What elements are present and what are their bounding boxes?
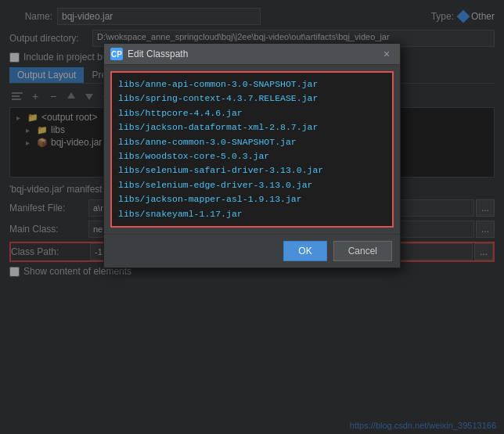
classpath-list-item[interactable]: libs/selenium-edge-driver-3.13.0.jar	[118, 178, 386, 192]
classpath-list-item[interactable]: libs/jackson-dataformat-xml-2.8.7.jar	[118, 120, 386, 135]
modal-footer: OK Cancel	[104, 234, 400, 267]
classpath-list-item[interactable]: libs/anne-api-common-3.0-SNAPSHOT.jar	[118, 77, 386, 91]
modal-titlebar: CP Edit Classpath ×	[104, 44, 400, 65]
modal-icon: CP	[110, 48, 123, 60]
classpath-list-item[interactable]: libs/spring-context-4.3.7.RELEASE.jar	[118, 91, 386, 106]
classpath-list-item[interactable]: libs/selenium-safari-driver-3.13.0.jar	[118, 163, 386, 178]
classpath-list-item[interactable]: libs/woodstox-core-5.0.3.jar	[118, 149, 386, 163]
classpath-list-item[interactable]: libs/snakeyaml-1.17.jar	[118, 207, 386, 221]
modal-title: Edit Classpath	[128, 48, 380, 59]
classpath-list-item[interactable]: libs/httpcore-4.4.6.jar	[118, 106, 386, 120]
classpath-list-item[interactable]: libs/jackson-mapper-asl-1.9.13.jar	[118, 192, 386, 206]
modal-cancel-button[interactable]: Cancel	[333, 241, 392, 261]
modal-ok-button[interactable]: OK	[283, 241, 326, 261]
classpath-list-item[interactable]: libs/anne-common-3.0-SNAPSHOT.jar	[118, 135, 386, 149]
edit-classpath-modal: CP Edit Classpath × libs/anne-api-common…	[103, 43, 401, 268]
modal-overlay: CP Edit Classpath × libs/anne-api-common…	[0, 0, 504, 434]
modal-body: libs/anne-api-common-3.0-SNAPSHOT.jarlib…	[104, 65, 400, 234]
modal-close-button[interactable]: ×	[380, 47, 394, 61]
classpath-list[interactable]: libs/anne-api-common-3.0-SNAPSHOT.jarlib…	[110, 71, 394, 228]
main-panel: Name: Type: Other Output directory: D:\w…	[0, 0, 504, 434]
